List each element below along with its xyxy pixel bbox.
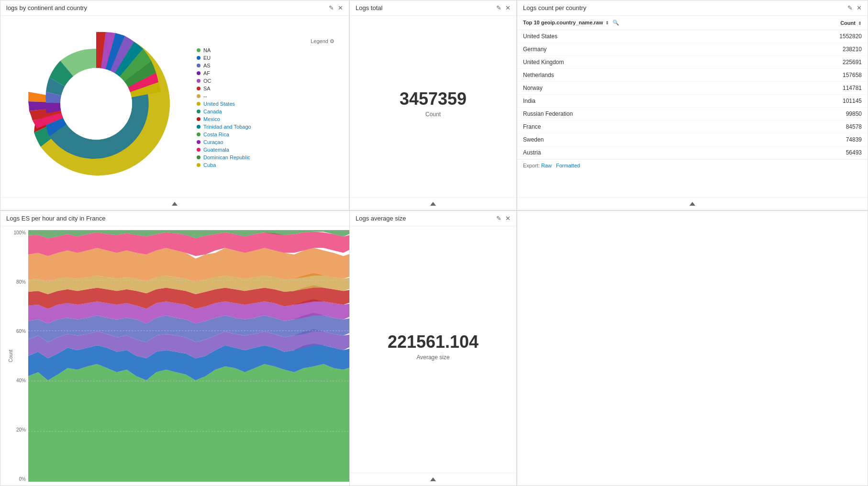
- legend-label[interactable]: Guatemala: [203, 147, 229, 153]
- continent-legend-item: OC: [197, 78, 334, 84]
- legend-label[interactable]: Trinidad and Tobago: [203, 124, 251, 130]
- close-icon[interactable]: ✕: [338, 4, 343, 11]
- avg-size-edit-icon[interactable]: ✎: [496, 215, 501, 222]
- legend-label[interactable]: Costa Rica: [203, 132, 229, 137]
- country-name: France: [517, 121, 784, 133]
- continent-legend-item[interactable]: Costa Rica: [197, 132, 334, 137]
- continent-legend-item[interactable]: Cuba: [197, 162, 334, 168]
- logs-total-footer: [350, 197, 516, 210]
- svg-point-1: [60, 68, 132, 140]
- legend-dot: [197, 71, 200, 75]
- avg-size-title: Logs average size: [356, 215, 406, 222]
- count-sort-icon[interactable]: ⇕: [858, 21, 862, 26]
- table-row: Sweden74839: [517, 133, 868, 146]
- svg-marker-9: [28, 248, 402, 282]
- country-collapse-btn[interactable]: [690, 202, 695, 206]
- country-count: 101145: [784, 95, 868, 108]
- country-count: 84578: [784, 121, 868, 133]
- legend-dot: [197, 148, 200, 152]
- legend-label: SA: [203, 86, 211, 91]
- table-row: Austria56493: [517, 146, 868, 159]
- continent-legend-item[interactable]: Mexico: [197, 116, 334, 122]
- legend-label: EU: [203, 55, 211, 61]
- continent-collapse-btn[interactable]: [172, 202, 178, 206]
- continent-legend-item[interactable]: Trinidad and Tobago: [197, 124, 334, 130]
- export-raw-link[interactable]: Raw: [541, 163, 552, 168]
- country-name: United States: [517, 30, 784, 43]
- country-name: Netherlands: [517, 69, 784, 82]
- empty-panel: [517, 210, 868, 486]
- table-row: United Kingdom225691: [517, 56, 868, 69]
- y-label-100: 100%: [13, 230, 26, 235]
- legend-label[interactable]: Dominican Republic: [203, 155, 250, 160]
- country-panel-title: Logs count per country: [523, 4, 586, 11]
- country-count: 114781: [784, 82, 868, 95]
- total-collapse-btn[interactable]: [430, 202, 436, 206]
- continent-legend-item[interactable]: Canada: [197, 109, 334, 114]
- logs-total-label: Count: [425, 111, 441, 118]
- france-panel-title: Logs ES per hour and city in France: [6, 215, 105, 222]
- continent-legend-item: NA: [197, 47, 334, 53]
- total-close-icon[interactable]: ✕: [505, 4, 511, 11]
- table-row: Russian Federation99850: [517, 108, 868, 121]
- legend-dot: [197, 133, 200, 136]
- logs-total-title: Logs total: [356, 4, 382, 11]
- country-name: Sweden: [517, 133, 784, 146]
- legend-label[interactable]: Mexico: [203, 116, 220, 122]
- y-label-20: 20%: [16, 427, 26, 432]
- legend-label[interactable]: Cuba: [203, 162, 216, 168]
- country-count: 225691: [784, 56, 868, 69]
- count-col-header[interactable]: Count ⇕: [784, 16, 868, 30]
- country-col-header[interactable]: Top 10 geoip.country_name.raw ⇕ 🔍: [517, 16, 784, 30]
- legend-dot: [197, 117, 200, 121]
- legend-label: AS: [203, 63, 211, 68]
- avg-size-close-icon[interactable]: ✕: [505, 215, 511, 222]
- country-edit-icon[interactable]: ✎: [847, 4, 853, 11]
- continent-legend-item: AS: [197, 63, 334, 68]
- legend-label: AF: [203, 70, 210, 76]
- continent-legend-item[interactable]: Dominican Republic: [197, 155, 334, 160]
- edit-icon[interactable]: ✎: [329, 4, 334, 11]
- legend-dot: [197, 155, 200, 159]
- stacked-chart: 100% 80% 60% 40% 20% 0% Count: [28, 230, 402, 482]
- avg-size-collapse-btn[interactable]: [430, 477, 436, 481]
- country-table: Top 10 geoip.country_name.raw ⇕ 🔍 Count …: [517, 16, 868, 159]
- continent-legend: Legend ⚙ NAEUASAFOCSA--United StatesCana…: [187, 33, 344, 175]
- legend-dot: [197, 140, 200, 144]
- logs-avg-size-panel: Logs average size ✎ ✕ 221561.104 Average…: [349, 210, 517, 486]
- continent-legend-item[interactable]: Guatemala: [197, 147, 334, 153]
- continent-legend-item[interactable]: United States: [197, 101, 334, 107]
- export-formatted-link[interactable]: Formatted: [556, 163, 580, 168]
- donut-chart: [5, 18, 187, 190]
- legend-label[interactable]: Canada: [203, 109, 222, 114]
- stacked-area-chart: [28, 230, 402, 482]
- svg-marker-2: [28, 364, 402, 482]
- legend-label[interactable]: United States: [203, 101, 235, 107]
- legend-label[interactable]: Curaçao: [203, 139, 223, 145]
- legend-dot: [197, 125, 200, 129]
- country-name: Germany: [517, 43, 784, 56]
- y-axis-title: Count: [8, 350, 13, 363]
- country-name: Russian Federation: [517, 108, 784, 121]
- logs-total-panel: Logs total ✎ ✕ 3457359 Count: [349, 0, 517, 210]
- continent-legend-title[interactable]: Legend ⚙: [197, 38, 334, 44]
- country-name: Norway: [517, 82, 784, 95]
- legend-dot: [197, 87, 200, 90]
- continent-legend-item: SA: [197, 86, 334, 91]
- table-row: Netherlands157658: [517, 69, 868, 82]
- country-count: 99850: [784, 108, 868, 121]
- avg-size-header: Logs average size ✎ ✕: [350, 211, 516, 226]
- country-search-icon[interactable]: 🔍: [612, 20, 619, 25]
- logs-count-country-panel: Logs count per country ✎ ✕ Top 10 geoip.…: [517, 0, 868, 210]
- country-count: 157658: [784, 69, 868, 82]
- country-close-icon[interactable]: ✕: [857, 4, 862, 11]
- logs-total-header: Logs total ✎ ✕: [350, 0, 516, 16]
- table-row: Germany238210: [517, 43, 868, 56]
- continent-panel-title: logs by continent and country: [6, 4, 87, 11]
- country-count: 74839: [784, 133, 868, 146]
- sort-icon[interactable]: ⇕: [605, 21, 609, 25]
- table-row: United States1552820: [517, 30, 868, 43]
- total-edit-icon[interactable]: ✎: [496, 4, 501, 11]
- legend-dot: [197, 48, 200, 52]
- continent-legend-item[interactable]: Curaçao: [197, 139, 334, 145]
